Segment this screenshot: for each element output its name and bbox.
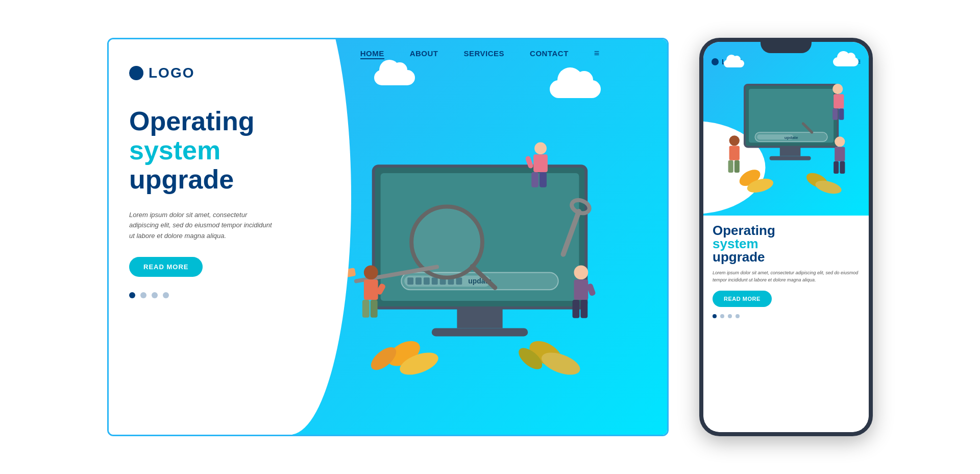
mobile-notch (761, 42, 812, 53)
nav-contact[interactable]: CONTACT (530, 49, 569, 58)
hamburger-icon[interactable]: ≡ (594, 48, 600, 59)
mobile-dot-2[interactable] (720, 314, 724, 318)
left-panel: LOGO Operating system upgrade Lorem ipsu… (109, 39, 292, 435)
svg-rect-8 (424, 277, 430, 285)
svg-rect-32 (573, 300, 580, 318)
svg-point-38 (525, 336, 566, 371)
svg-rect-6 (407, 277, 413, 285)
svg-point-39 (538, 348, 583, 380)
headline-line2: system (129, 136, 272, 165)
mobile-headline-line3: upgrade (713, 250, 860, 264)
svg-point-14 (411, 206, 482, 277)
svg-point-20 (534, 143, 547, 155)
dot-1[interactable] (129, 292, 135, 298)
svg-point-19 (570, 198, 592, 216)
desktop-read-more-button[interactable]: READ MORE (129, 257, 203, 277)
svg-rect-0 (374, 166, 586, 308)
svg-point-55 (729, 135, 740, 146)
svg-point-35 (383, 336, 424, 371)
mobile-mockup: LOGO ≡ (699, 38, 873, 436)
mobile-dot-1[interactable] (713, 314, 717, 318)
svg-text:update: update (785, 135, 798, 140)
svg-rect-26 (364, 279, 378, 300)
svg-rect-31 (574, 279, 588, 300)
svg-rect-29 (375, 283, 386, 296)
dot-3[interactable] (152, 292, 158, 298)
svg-point-59 (835, 136, 845, 147)
nav-home[interactable]: HOME (360, 49, 384, 58)
svg-point-25 (364, 266, 378, 280)
mobile-headline: Operating system upgrade (713, 224, 860, 264)
mobile-top-section: LOGO ≡ (703, 42, 869, 216)
svg-rect-24 (525, 155, 534, 169)
svg-line-15 (472, 267, 495, 288)
headline-line3: upgrade (129, 165, 272, 194)
svg-rect-27 (362, 300, 370, 318)
svg-rect-18 (560, 208, 582, 258)
svg-point-37 (367, 343, 400, 374)
mobile-headline-line2: system (713, 237, 860, 250)
mobile-hero-illustration: update (703, 42, 869, 216)
svg-text:update: update (468, 277, 492, 285)
svg-rect-56 (729, 146, 740, 160)
svg-rect-45 (770, 156, 811, 160)
svg-rect-5 (404, 275, 491, 287)
svg-rect-54 (839, 109, 844, 120)
mobile-dot-3[interactable] (728, 314, 732, 318)
svg-rect-4 (401, 272, 558, 290)
nav-services[interactable]: SERVICES (464, 49, 505, 58)
svg-point-36 (397, 348, 442, 380)
svg-rect-2 (457, 308, 502, 328)
svg-point-51 (832, 84, 843, 94)
svg-rect-61 (834, 161, 839, 174)
mobile-pagination-dots (713, 314, 860, 318)
svg-rect-52 (834, 94, 844, 108)
desktop-hero-panel: HOME ABOUT SERVICES CONTACT ≡ (292, 39, 667, 435)
svg-rect-62 (840, 161, 845, 174)
svg-rect-60 (835, 147, 845, 161)
desktop-description: Lorem ipsum dolor sit amet, consectetur … (129, 210, 272, 242)
desktop-nav: HOME ABOUT SERVICES CONTACT ≡ (292, 39, 667, 67)
svg-rect-28 (371, 300, 378, 318)
mobile-headline-line1: Operating (713, 224, 860, 237)
dot-2[interactable] (140, 292, 146, 298)
logo-circle-icon (129, 66, 143, 80)
svg-rect-33 (580, 300, 587, 318)
headline-line1: Operating (129, 107, 272, 136)
svg-rect-22 (531, 172, 538, 187)
svg-rect-1 (381, 173, 579, 301)
svg-rect-58 (734, 160, 740, 173)
mobile-dot-4[interactable] (736, 314, 740, 318)
mobile-bottom-section: Operating system upgrade Lorem ipsum dol… (703, 216, 869, 432)
svg-rect-23 (540, 172, 547, 187)
desktop-headline: Operating system upgrade (129, 107, 272, 195)
svg-rect-12 (456, 277, 462, 285)
svg-rect-34 (586, 283, 596, 296)
svg-rect-10 (440, 277, 446, 285)
desktop-pagination-dots (129, 292, 272, 298)
svg-rect-16 (354, 265, 439, 283)
logo-row: LOGO (129, 65, 272, 81)
mobile-read-more-button[interactable]: READ MORE (713, 291, 772, 307)
svg-point-30 (574, 266, 588, 280)
main-container: LOGO Operating system upgrade Lorem ipsu… (0, 0, 980, 474)
svg-rect-53 (832, 109, 838, 120)
cloud-1 (374, 70, 415, 85)
svg-rect-7 (415, 277, 422, 285)
svg-rect-57 (728, 160, 733, 173)
svg-point-40 (515, 344, 546, 373)
cloud-2 (550, 80, 601, 98)
svg-rect-44 (780, 147, 801, 156)
desktop-mockup: LOGO Operating system upgrade Lorem ipsu… (107, 38, 669, 436)
svg-rect-3 (432, 328, 528, 337)
mobile-screen: LOGO ≡ (703, 42, 869, 432)
desktop-logo-text: LOGO (149, 65, 194, 81)
svg-rect-21 (533, 154, 548, 172)
svg-rect-11 (448, 277, 454, 285)
svg-rect-9 (432, 277, 438, 285)
dot-4[interactable] (163, 292, 169, 298)
wave-shape (292, 39, 402, 435)
mobile-description: Lorem ipsum dolor sit amet, consectetur … (713, 270, 860, 283)
nav-about[interactable]: ABOUT (410, 49, 438, 58)
